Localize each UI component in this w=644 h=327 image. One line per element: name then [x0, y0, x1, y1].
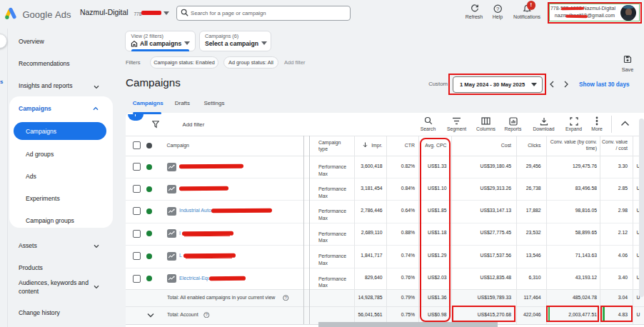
svg-text:?: ? [496, 6, 500, 12]
svg-text:?: ? [206, 313, 208, 317]
svg-text:?: ? [285, 296, 287, 300]
